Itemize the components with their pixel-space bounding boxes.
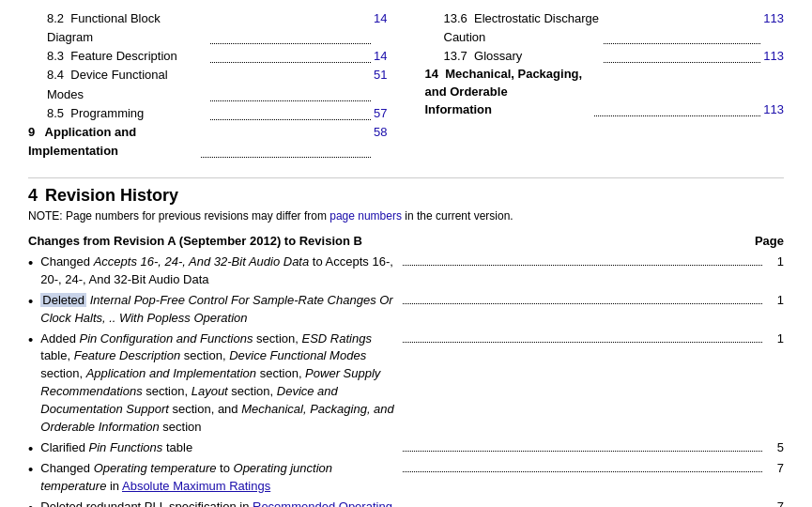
dots (403, 471, 762, 472)
highlight-deleted: Deleted (40, 293, 86, 307)
toc-item-label: 8.5 Programming (47, 104, 207, 123)
toc-page-num[interactable]: 58 (374, 123, 387, 161)
page-number: 1 (765, 292, 784, 310)
toc-dots (210, 66, 371, 100)
toc-row-13-7: 13.7 Glossary 113 (425, 47, 785, 66)
page-column-label: Page (755, 234, 784, 248)
section-number: 4 (28, 186, 38, 205)
toc-dots (201, 123, 371, 158)
section-divider (28, 177, 784, 178)
item-content: Clarified Pin Functions table 5 (40, 439, 784, 457)
changes-from-header: Changes from Revision A (September 2012)… (28, 234, 784, 248)
item-text: Added Pin Configuration and Functions se… (40, 330, 400, 437)
page-number: 5 (765, 439, 784, 457)
dots (403, 342, 762, 343)
toc-item-label: 9 Application and Implementation (28, 123, 198, 161)
toc-page-num[interactable]: 57 (374, 104, 387, 123)
item-content: Deleted redundant PLL specification in R… (40, 499, 784, 507)
toc-page-num[interactable]: 113 (763, 101, 784, 119)
dots (403, 451, 762, 452)
page-number: 7 (765, 460, 784, 478)
list-item: • Changed Operating temperature to Opera… (28, 460, 784, 496)
page-number: 1 (765, 254, 784, 271)
item-text: Changed Operating temperature to Operati… (40, 460, 400, 496)
bullet-icon: • (28, 439, 33, 458)
bullet-icon: • (28, 254, 33, 272)
toc-page-num[interactable]: 113 (763, 47, 784, 66)
toc-dots (210, 47, 371, 63)
toc-item-label: 8.3 Feature Description (47, 47, 207, 66)
bullet-icon: • (28, 460, 33, 479)
toc-row-8-4: 8.4 Device Functional Modes 51 (28, 66, 388, 103)
list-item: • Deleted Internal Pop-Free Control For … (28, 292, 784, 328)
toc-row-14: 14 Mechanical, Packaging, and OrderableI… (425, 66, 785, 119)
page-number: 1 (765, 330, 784, 348)
toc-dots (594, 115, 760, 116)
toc-item-label: 14 Mechanical, Packaging, and OrderableI… (425, 66, 591, 119)
toc-item-label: 13.7 Glossary (444, 47, 601, 66)
toc-row-8-2: 8.2 Functional Block Diagram 14 (28, 9, 388, 47)
toc-section: 8.2 Functional Block Diagram 14 8.3 Feat… (28, 9, 784, 161)
abs-max-ratings-link[interactable]: Absolute Maximum Ratings (122, 479, 270, 493)
section-title: Revision History (45, 186, 178, 205)
note-text: NOTE: Page numbers for previous revision… (28, 209, 784, 223)
toc-item-label: 8.2 Functional Block Diagram (47, 9, 207, 47)
toc-page-num[interactable]: 14 (374, 9, 387, 47)
item-text: Deleted Internal Pop-Free Control For Sa… (40, 292, 400, 328)
toc-dots (210, 9, 371, 44)
section-heading: 4Revision History (28, 186, 784, 206)
bullet-icon: • (28, 330, 33, 349)
dots (403, 265, 762, 266)
toc-dots (210, 104, 371, 120)
list-item: • Deleted redundant PLL specification in… (28, 499, 784, 507)
toc-left-column: 8.2 Functional Block Diagram 14 8.3 Feat… (28, 9, 388, 161)
bullet-icon: • (28, 499, 33, 507)
list-item: • Clarified Pin Functions table 5 (28, 439, 784, 458)
item-content: Deleted Internal Pop-Free Control For Sa… (40, 292, 784, 328)
revision-history-section: 4Revision History NOTE: Page numbers for… (28, 186, 784, 507)
revision-bullet-list: • Changed Accepts 16-, 24-, And 32-Bit A… (28, 254, 784, 507)
dots (403, 303, 762, 304)
toc-page-num[interactable]: 14 (374, 47, 387, 66)
item-content: Changed Operating temperature to Operati… (40, 460, 784, 496)
bullet-icon: • (28, 292, 33, 311)
toc-row-8-3: 8.3 Feature Description 14 (28, 47, 388, 66)
toc-row-9: 9 Application and Implementation 58 (28, 123, 388, 161)
toc-row-13-6: 13.6 Electrostatic Discharge Caution 113 (425, 9, 785, 47)
item-content: Changed Accepts 16-, 24-, And 32-Bit Aud… (40, 254, 784, 289)
toc-page-num[interactable]: 113 (763, 9, 784, 47)
toc-row-8-5: 8.5 Programming 57 (28, 104, 388, 123)
changes-from-label: Changes from Revision A (September 2012)… (28, 234, 362, 248)
toc-dots (604, 9, 760, 44)
page-number: 7 (765, 499, 784, 507)
list-item: • Added Pin Configuration and Functions … (28, 330, 784, 437)
item-content: Added Pin Configuration and Functions se… (40, 330, 784, 437)
rec-op-cond-link[interactable]: Recommended Operating Conditions (40, 499, 392, 507)
item-text: Clarified Pin Functions table (40, 439, 400, 457)
item-text: Deleted redundant PLL specification in R… (40, 499, 400, 507)
toc-dots (604, 47, 760, 63)
toc-right-column: 13.6 Electrostatic Discharge Caution 113… (425, 9, 785, 161)
toc-item-label: 8.4 Device Functional Modes (47, 66, 207, 103)
list-item: • Changed Accepts 16-, 24-, And 32-Bit A… (28, 254, 784, 289)
item-text: Changed Accepts 16-, 24-, And 32-Bit Aud… (40, 254, 400, 289)
toc-page-num[interactable]: 51 (374, 66, 387, 103)
toc-item-label: 13.6 Electrostatic Discharge Caution (444, 9, 601, 47)
